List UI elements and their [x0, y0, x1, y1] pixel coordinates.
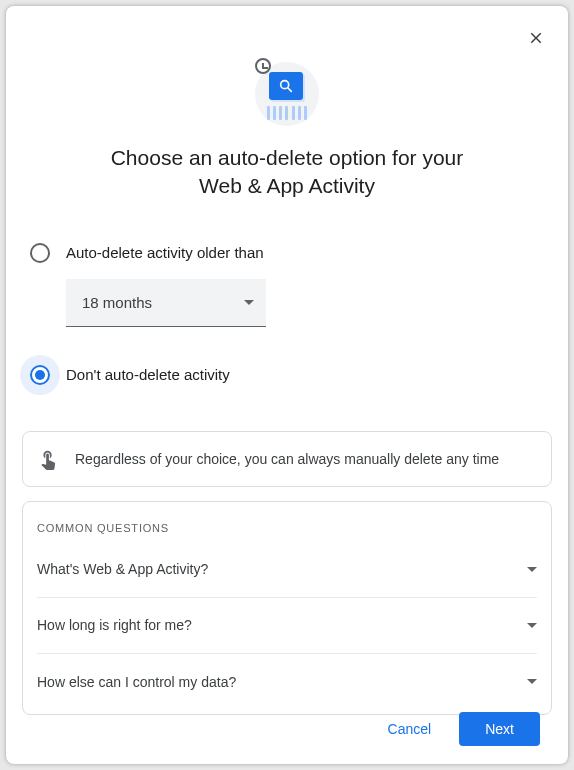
option-dont-delete-label: Don't auto-delete activity — [66, 366, 230, 383]
radio-unselected-icon — [30, 243, 50, 263]
magnifier-icon — [278, 78, 294, 94]
close-button[interactable] — [520, 22, 552, 54]
close-icon — [527, 29, 545, 47]
chevron-down-icon — [527, 567, 537, 572]
info-banner: Regardless of your choice, you can alway… — [22, 431, 552, 487]
dialog-title: Choose an auto-delete option for your We… — [52, 144, 522, 201]
option-auto-delete-label: Auto-delete activity older than — [66, 244, 264, 261]
radio-selected-icon — [30, 365, 50, 385]
shredder-hero-icon — [255, 62, 319, 126]
faq-item-0[interactable]: What's Web & App Activity? — [37, 542, 537, 598]
chevron-down-icon — [527, 679, 537, 684]
shred-strips-icon — [267, 106, 307, 120]
faq-item-label: How else can I control my data? — [37, 674, 236, 690]
dialog-footer: Cancel Next — [376, 712, 540, 746]
cancel-button[interactable]: Cancel — [376, 712, 444, 746]
chevron-down-icon — [244, 300, 254, 305]
option-auto-delete[interactable]: Auto-delete activity older than — [30, 243, 544, 263]
option-dont-delete[interactable]: Don't auto-delete activity — [30, 365, 544, 385]
options-group: Auto-delete activity older than 18 month… — [22, 243, 552, 385]
title-line-1: Choose an auto-delete option for your — [111, 146, 464, 169]
dropdown-value: 18 months — [82, 294, 152, 311]
auto-delete-dialog: Choose an auto-delete option for your We… — [6, 6, 568, 764]
chevron-down-icon — [527, 623, 537, 628]
faq-section: COMMON QUESTIONS What's Web & App Activi… — [22, 501, 552, 715]
faq-item-label: What's Web & App Activity? — [37, 561, 208, 577]
faq-item-2[interactable]: How else can I control my data? — [37, 654, 537, 710]
document-icon — [269, 72, 303, 100]
clock-icon — [255, 58, 271, 74]
duration-dropdown[interactable]: 18 months — [66, 279, 266, 327]
faq-item-label: How long is right for me? — [37, 617, 192, 633]
title-line-2: Web & App Activity — [199, 174, 375, 197]
tap-gesture-icon — [37, 448, 59, 470]
svg-line-1 — [288, 88, 291, 91]
info-text: Regardless of your choice, you can alway… — [75, 451, 499, 467]
faq-heading: COMMON QUESTIONS — [37, 522, 537, 534]
faq-item-1[interactable]: How long is right for me? — [37, 598, 537, 654]
next-button[interactable]: Next — [459, 712, 540, 746]
